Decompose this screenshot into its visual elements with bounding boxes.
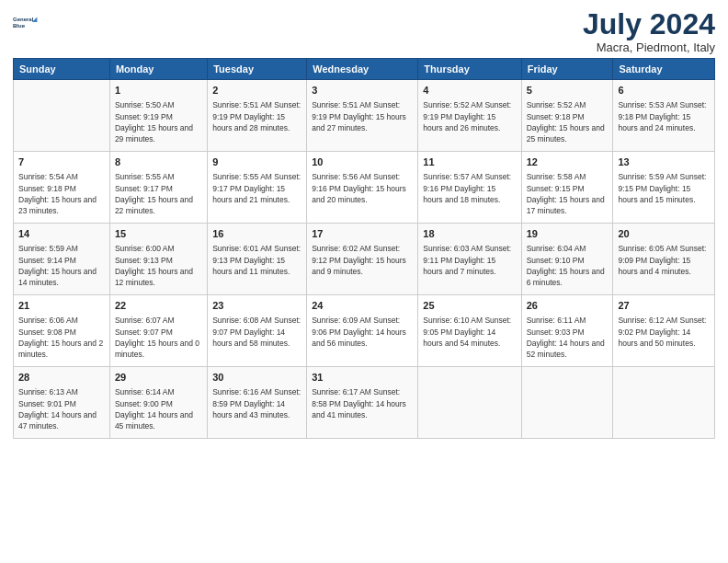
calendar-cell [613,367,715,439]
day-info: Sunrise: 5:56 AM Sunset: 9:16 PM Dayligh… [312,171,413,205]
calendar-cell: 5Sunrise: 5:52 AM Sunset: 9:18 PM Daylig… [521,80,613,152]
day-number: 8 [115,155,202,169]
calendar-week-row: 21Sunrise: 6:06 AM Sunset: 9:08 PM Dayli… [14,295,715,367]
day-number: 18 [423,227,516,241]
day-number: 7 [18,155,105,169]
day-number: 16 [212,227,301,241]
day-number: 20 [618,227,710,241]
day-number: 21 [18,299,105,313]
header-row: SundayMondayTuesdayWednesdayThursdayFrid… [14,59,715,80]
header: GeneralBlue July 2024 Macra, Piedmont, I… [13,9,715,54]
svg-text:General: General [13,17,34,22]
day-number: 29 [115,371,202,385]
calendar-cell: 16Sunrise: 6:01 AM Sunset: 9:13 PM Dayli… [208,224,307,295]
day-of-week-header: Sunday [14,59,110,80]
day-info: Sunrise: 6:16 AM Sunset: 8:59 PM Dayligh… [212,386,301,420]
calendar-cell: 31Sunrise: 6:17 AM Sunset: 8:58 PM Dayli… [307,367,418,439]
calendar-week-row: 7Sunrise: 5:54 AM Sunset: 9:18 PM Daylig… [14,152,715,224]
day-info: Sunrise: 5:52 AM Sunset: 9:18 PM Dayligh… [527,99,609,144]
day-info: Sunrise: 6:08 AM Sunset: 9:07 PM Dayligh… [212,315,301,349]
day-info: Sunrise: 6:12 AM Sunset: 9:02 PM Dayligh… [618,315,710,349]
day-of-week-header: Tuesday [208,59,307,80]
calendar-cell: 17Sunrise: 6:02 AM Sunset: 9:12 PM Dayli… [307,224,418,295]
calendar-cell: 15Sunrise: 6:00 AM Sunset: 9:13 PM Dayli… [109,224,207,295]
title-block: July 2024 Macra, Piedmont, Italy [583,9,715,54]
day-info: Sunrise: 6:04 AM Sunset: 9:10 PM Dayligh… [527,243,609,288]
calendar-cell: 27Sunrise: 6:12 AM Sunset: 9:02 PM Dayli… [613,295,715,367]
calendar-cell: 10Sunrise: 5:56 AM Sunset: 9:16 PM Dayli… [307,152,418,224]
day-number: 25 [423,299,516,313]
day-info: Sunrise: 6:10 AM Sunset: 9:05 PM Dayligh… [423,315,516,349]
calendar-week-row: 14Sunrise: 5:59 AM Sunset: 9:14 PM Dayli… [14,224,715,295]
day-number: 3 [312,84,413,98]
calendar-cell: 12Sunrise: 5:58 AM Sunset: 9:15 PM Dayli… [521,152,613,224]
calendar-cell [521,367,613,439]
day-of-week-header: Monday [109,59,207,80]
calendar-cell: 3Sunrise: 5:51 AM Sunset: 9:19 PM Daylig… [307,80,418,152]
calendar-cell: 19Sunrise: 6:04 AM Sunset: 9:10 PM Dayli… [521,224,613,295]
calendar-table: SundayMondayTuesdayWednesdayThursdayFrid… [13,58,715,439]
day-info: Sunrise: 5:53 AM Sunset: 9:18 PM Dayligh… [618,99,710,133]
month-title: July 2024 [583,9,715,39]
calendar-cell: 26Sunrise: 6:11 AM Sunset: 9:03 PM Dayli… [521,295,613,367]
day-number: 28 [18,371,105,385]
calendar-cell: 8Sunrise: 5:55 AM Sunset: 9:17 PM Daylig… [109,152,207,224]
location: Macra, Piedmont, Italy [583,40,715,54]
day-number: 13 [618,155,710,169]
day-number: 19 [527,227,609,241]
day-number: 11 [423,155,516,169]
calendar-cell: 1Sunrise: 5:50 AM Sunset: 9:19 PM Daylig… [109,80,207,152]
day-info: Sunrise: 5:55 AM Sunset: 9:17 PM Dayligh… [212,171,301,205]
day-info: Sunrise: 6:14 AM Sunset: 9:00 PM Dayligh… [115,386,202,431]
day-info: Sunrise: 6:09 AM Sunset: 9:06 PM Dayligh… [312,315,413,349]
day-of-week-header: Wednesday [307,59,418,80]
day-of-week-header: Saturday [613,59,715,80]
calendar-cell: 2Sunrise: 5:51 AM Sunset: 9:19 PM Daylig… [208,80,307,152]
calendar-cell: 23Sunrise: 6:08 AM Sunset: 9:07 PM Dayli… [208,295,307,367]
day-number: 17 [312,227,413,241]
day-info: Sunrise: 6:11 AM Sunset: 9:03 PM Dayligh… [527,315,609,360]
calendar-cell: 25Sunrise: 6:10 AM Sunset: 9:05 PM Dayli… [418,295,521,367]
day-number: 27 [618,299,710,313]
calendar-cell: 28Sunrise: 6:13 AM Sunset: 9:01 PM Dayli… [14,367,110,439]
day-number: 1 [115,84,202,98]
calendar-cell [14,80,110,152]
logo-icon: GeneralBlue [13,9,39,35]
day-number: 10 [312,155,413,169]
day-info: Sunrise: 6:01 AM Sunset: 9:13 PM Dayligh… [212,243,301,277]
calendar-cell: 7Sunrise: 5:54 AM Sunset: 9:18 PM Daylig… [14,152,110,224]
day-number: 30 [212,371,301,385]
day-number: 22 [115,299,202,313]
day-number: 31 [312,371,413,385]
day-info: Sunrise: 6:02 AM Sunset: 9:12 PM Dayligh… [312,243,413,277]
day-info: Sunrise: 5:58 AM Sunset: 9:15 PM Dayligh… [527,171,609,216]
calendar-week-row: 28Sunrise: 6:13 AM Sunset: 9:01 PM Dayli… [14,367,715,439]
day-of-week-header: Thursday [418,59,521,80]
day-info: Sunrise: 6:17 AM Sunset: 8:58 PM Dayligh… [312,386,413,420]
day-info: Sunrise: 5:51 AM Sunset: 9:19 PM Dayligh… [212,99,301,133]
calendar-cell: 22Sunrise: 6:07 AM Sunset: 9:07 PM Dayli… [109,295,207,367]
day-number: 15 [115,227,202,241]
day-info: Sunrise: 6:07 AM Sunset: 9:07 PM Dayligh… [115,315,202,360]
day-info: Sunrise: 6:03 AM Sunset: 9:11 PM Dayligh… [423,243,516,277]
day-info: Sunrise: 6:06 AM Sunset: 9:08 PM Dayligh… [18,315,105,360]
day-number: 9 [212,155,301,169]
day-info: Sunrise: 5:52 AM Sunset: 9:19 PM Dayligh… [423,99,516,133]
calendar-cell: 14Sunrise: 5:59 AM Sunset: 9:14 PM Dayli… [14,224,110,295]
calendar-container: GeneralBlue July 2024 Macra, Piedmont, I… [0,0,728,448]
logo: GeneralBlue [13,9,39,35]
day-number: 2 [212,84,301,98]
day-number: 4 [423,84,516,98]
day-number: 14 [18,227,105,241]
calendar-cell: 29Sunrise: 6:14 AM Sunset: 9:00 PM Dayli… [109,367,207,439]
calendar-cell: 11Sunrise: 5:57 AM Sunset: 9:16 PM Dayli… [418,152,521,224]
calendar-cell: 30Sunrise: 6:16 AM Sunset: 8:59 PM Dayli… [208,367,307,439]
calendar-cell: 18Sunrise: 6:03 AM Sunset: 9:11 PM Dayli… [418,224,521,295]
day-info: Sunrise: 6:13 AM Sunset: 9:01 PM Dayligh… [18,386,105,431]
day-of-week-header: Friday [521,59,613,80]
day-number: 26 [527,299,609,313]
day-info: Sunrise: 6:00 AM Sunset: 9:13 PM Dayligh… [115,243,202,288]
calendar-cell: 20Sunrise: 6:05 AM Sunset: 9:09 PM Dayli… [613,224,715,295]
day-info: Sunrise: 6:05 AM Sunset: 9:09 PM Dayligh… [618,243,710,277]
day-number: 24 [312,299,413,313]
